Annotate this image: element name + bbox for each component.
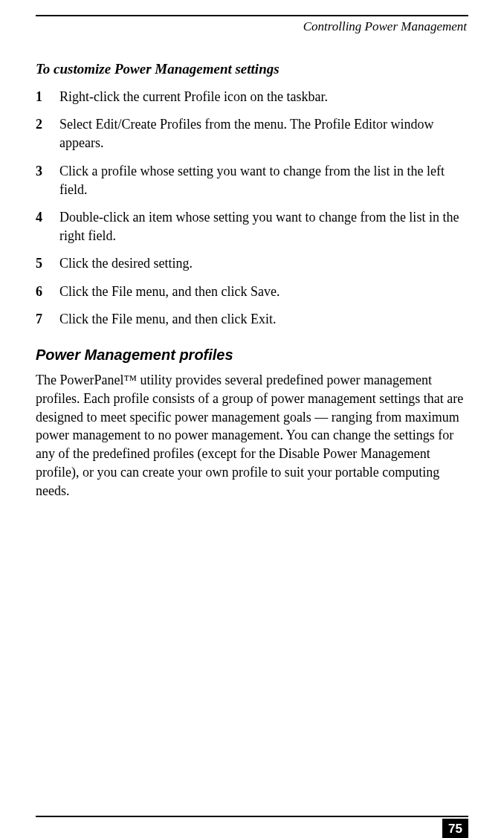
step-text: Right-click the current Profile icon on … [59, 88, 468, 106]
step-number: 3 [36, 162, 59, 181]
step-item: 7 Click the File menu, and then click Ex… [36, 310, 468, 329]
step-number: 7 [36, 310, 59, 329]
step-item: 4 Double-click an item whose setting you… [36, 208, 468, 245]
footer-rule [36, 816, 468, 817]
steps-list: 1 Right-click the current Profile icon o… [36, 88, 468, 329]
section-title: To customize Power Management settings [36, 61, 468, 77]
step-number: 6 [36, 283, 59, 301]
page-number: 75 [442, 819, 468, 838]
step-text: Click the File menu, and then click Save… [59, 283, 468, 301]
step-number: 5 [36, 254, 59, 273]
step-text: Select Edit/Create Profiles from the men… [59, 115, 468, 152]
step-item: 1 Right-click the current Profile icon o… [36, 88, 468, 106]
step-item: 3 Click a profile whose setting you want… [36, 162, 468, 199]
step-text: Click the desired setting. [59, 254, 468, 273]
step-text: Double-click an item whose setting you w… [59, 208, 468, 245]
step-number: 2 [36, 115, 59, 134]
step-number: 4 [36, 208, 59, 227]
step-item: 2 Select Edit/Create Profiles from the m… [36, 115, 468, 152]
step-item: 5 Click the desired setting. [36, 254, 468, 273]
page-footer: 75 [36, 816, 468, 817]
header-rule [36, 15, 468, 16]
step-text: Click a profile whose setting you want t… [59, 162, 468, 199]
chapter-title: Controlling Power Management [36, 19, 468, 34]
step-item: 6 Click the File menu, and then click Sa… [36, 283, 468, 301]
subsection-paragraph: The PowerPanel™ utility provides several… [36, 371, 468, 500]
subsection-title: Power Management profiles [36, 347, 468, 364]
step-number: 1 [36, 88, 59, 106]
step-text: Click the File menu, and then click Exit… [59, 310, 468, 329]
